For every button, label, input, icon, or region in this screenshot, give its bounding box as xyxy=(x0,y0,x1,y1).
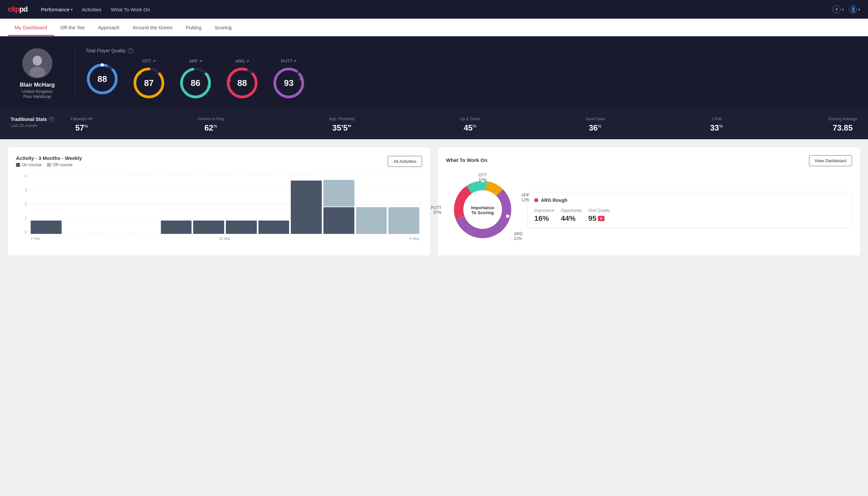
arg-value: 88 xyxy=(237,78,247,88)
donut-center: Importance To Scoring xyxy=(471,205,494,215)
circle-app: APP ↗ 86 xyxy=(179,59,212,99)
player-handicap: Plus Handicap xyxy=(23,94,51,99)
bar-group xyxy=(226,174,257,234)
hero-section: Blair McHarg United Kingdom Plus Handica… xyxy=(0,36,868,110)
svg-point-8 xyxy=(138,71,141,75)
tab-scoring[interactable]: Scoring xyxy=(208,19,238,36)
metric-importance: Importance 16% xyxy=(534,208,554,223)
tab-off-the-tee[interactable]: Off the Tee xyxy=(54,19,92,36)
down-badge: ▼ xyxy=(598,216,605,221)
user-menu-button[interactable]: 👤 ▾ xyxy=(849,5,860,13)
player-country: United Kingdom xyxy=(22,89,53,94)
ring-arg: 88 xyxy=(225,66,259,99)
circle-putt: PUTT ↗ 93 xyxy=(272,59,305,99)
player-name: Blair McHarg xyxy=(20,82,55,88)
ring-total: 88 xyxy=(85,62,119,96)
wtwon-header: What To Work On View Dashboard xyxy=(446,155,852,166)
quality-section: Total Player Quality ? 88 xyxy=(85,48,857,99)
bar-group xyxy=(96,174,127,234)
off-course-bar xyxy=(323,180,354,206)
stat-app-proximity: App. Proximity 35'5" xyxy=(329,117,355,133)
player-info: Blair McHarg United Kingdom Plus Handica… xyxy=(11,48,64,99)
wtwon-title: What To Work On xyxy=(446,157,487,163)
chart-title-area: Activity - 3 Months - Weekly On course O… xyxy=(16,155,82,167)
legend-off-course-dot xyxy=(47,163,51,167)
ring-app: 86 xyxy=(179,66,212,99)
svg-point-14 xyxy=(227,79,231,82)
total-value: 88 xyxy=(98,74,107,84)
avatar xyxy=(22,48,52,78)
info-card: ARG Rough Importance 16% Opportunity 44% xyxy=(527,192,852,229)
stat-fairways-hit: Fairways Hit 57% xyxy=(70,117,93,133)
nav-right: + ▾ 👤 ▾ xyxy=(833,5,860,13)
quality-label: Total Player Quality ? xyxy=(85,48,857,53)
svg-point-5 xyxy=(100,63,104,67)
nav-what-to-work-on[interactable]: What To Work On xyxy=(111,7,150,12)
red-dot-icon xyxy=(534,198,538,202)
tab-bar: My Dashboard Off the Tee Approach Around… xyxy=(0,19,868,36)
logo[interactable]: clippd xyxy=(8,5,28,14)
top-nav: clippd Performance ▾ Activities What To … xyxy=(0,0,868,19)
ring-putt: 93 xyxy=(272,66,305,99)
on-course-bar xyxy=(193,220,224,234)
chart-area: 4 3 2 1 0 7 Feb 28 Mar 9 May xyxy=(16,174,422,241)
legend-on-course: On course xyxy=(16,162,42,167)
y-axis-labels: 4 3 2 1 0 xyxy=(16,174,27,234)
stats-help-icon[interactable]: ? xyxy=(49,117,54,122)
donut-wrap: Importance To Scoring OTT 10% APP 12% AR… xyxy=(446,173,519,248)
svg-point-23 xyxy=(500,236,503,240)
arg-arrow-icon: ↗ xyxy=(246,59,249,63)
off-course-bar xyxy=(388,207,419,234)
circle-total: 88 xyxy=(85,62,119,96)
chevron-down-icon: ▾ xyxy=(71,7,73,11)
ring-ott: 87 xyxy=(132,66,165,99)
app-segment-label: APP 12% xyxy=(521,193,529,202)
arg-segment-label: ARG 21% xyxy=(514,232,523,241)
bar-group xyxy=(161,174,192,234)
info-card-title: ARG Rough xyxy=(534,198,845,203)
donut-center-line1: Importance xyxy=(471,205,494,210)
nav-performance[interactable]: Performance ▾ xyxy=(41,7,73,12)
add-button[interactable]: + ▾ xyxy=(833,5,844,13)
bar-group xyxy=(291,174,322,234)
what-to-work-on-card: What To Work On View Dashboard xyxy=(438,147,860,255)
bottom-section: Activity - 3 Months - Weekly On course O… xyxy=(0,139,868,263)
user-chevron-icon: ▾ xyxy=(858,7,860,11)
quality-help-icon[interactable]: ? xyxy=(128,48,133,53)
trad-stats-subtitle: Last 20 rounds xyxy=(11,123,70,128)
stats-label: Traditional Stats ? Last 20 rounds xyxy=(11,117,70,128)
stat-greens-in-reg: Greens In Reg 62% xyxy=(198,117,224,133)
all-activities-button[interactable]: All Activities xyxy=(388,156,422,167)
bars-container xyxy=(28,174,422,234)
bar-group xyxy=(388,174,419,234)
stat-items: Fairways Hit 57% Greens In Reg 62% App. … xyxy=(70,117,857,133)
tab-approach[interactable]: Approach xyxy=(91,19,126,36)
legend-off-course: Off course xyxy=(47,162,73,167)
chart-legend: On course Off course xyxy=(16,162,82,167)
stat-sand-save: Sand Save 36% xyxy=(585,117,605,133)
bar-group xyxy=(128,174,159,234)
bar-group xyxy=(31,174,62,234)
on-course-bar xyxy=(31,220,62,234)
add-chevron-icon: ▾ xyxy=(842,7,844,11)
view-dashboard-button[interactable]: View Dashboard xyxy=(809,155,852,166)
ott-arrow-icon: ↗ xyxy=(153,59,156,63)
divider xyxy=(75,47,75,100)
stats-row: Traditional Stats ? Last 20 rounds Fairw… xyxy=(0,110,868,139)
tab-putting[interactable]: Putting xyxy=(179,19,208,36)
on-course-bar xyxy=(226,220,257,234)
bar-group xyxy=(356,174,387,234)
tab-around-the-green[interactable]: Around the Green xyxy=(126,19,179,36)
on-course-bar xyxy=(323,207,354,234)
nav-activities[interactable]: Activities xyxy=(82,7,101,12)
activity-chart-card: Activity - 3 Months - Weekly On course O… xyxy=(8,147,430,255)
bar-group xyxy=(323,174,354,234)
wtwon-content: Importance To Scoring OTT 10% APP 12% AR… xyxy=(446,173,852,248)
putt-label: PUTT ↗ xyxy=(281,59,297,64)
tab-my-dashboard[interactable]: My Dashboard xyxy=(8,19,54,36)
off-course-bar xyxy=(356,207,387,234)
chart-title: Activity - 3 Months - Weekly xyxy=(16,155,82,161)
info-metrics: Importance 16% Opportunity 44% Shot Qual… xyxy=(534,208,845,223)
svg-point-24 xyxy=(506,215,509,218)
bar-group xyxy=(193,174,224,234)
